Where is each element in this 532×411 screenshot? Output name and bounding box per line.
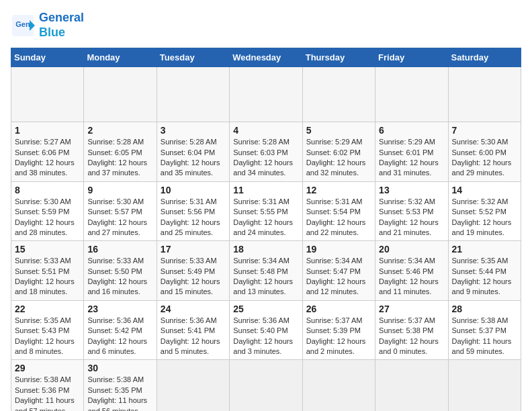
cell-info: Sunrise: 5:29 AMSunset: 6:02 PMDaylight:…: [306, 138, 366, 177]
calendar-cell: 7 Sunrise: 5:30 AMSunset: 6:00 PMDayligh…: [448, 122, 521, 182]
cell-info: Sunrise: 5:36 AMSunset: 5:40 PMDaylight:…: [233, 316, 293, 355]
day-number: 25: [233, 304, 298, 314]
day-number: 26: [306, 304, 371, 314]
calendar-cell: 27 Sunrise: 5:37 AMSunset: 5:38 PMDaylig…: [375, 300, 448, 360]
cell-info: Sunrise: 5:34 AMSunset: 5:47 PMDaylight:…: [306, 257, 366, 295]
cell-info: Sunrise: 5:38 AMSunset: 5:36 PMDaylight:…: [15, 375, 75, 411]
day-number: 13: [379, 185, 444, 195]
day-number: 28: [452, 304, 517, 314]
day-number: 4: [233, 125, 298, 136]
calendar-cell: 8 Sunrise: 5:30 AMSunset: 5:59 PMDayligh…: [11, 181, 84, 241]
day-number: 30: [87, 363, 152, 373]
cell-info: Sunrise: 5:33 AMSunset: 5:51 PMDaylight:…: [15, 257, 75, 295]
calendar-cell: 10 Sunrise: 5:31 AMSunset: 5:56 PMDaylig…: [157, 181, 229, 241]
logo-icon: Gen: [11, 13, 35, 38]
calendar-cell: 23 Sunrise: 5:36 AMSunset: 5:42 PMDaylig…: [84, 300, 157, 360]
day-number: 16: [87, 244, 152, 255]
col-monday: Monday: [84, 48, 157, 67]
calendar-cell: [157, 67, 229, 122]
header-row: Sunday Monday Tuesday Wednesday Thursday…: [11, 48, 521, 67]
col-friday: Friday: [375, 48, 448, 67]
calendar-cell: 2 Sunrise: 5:28 AMSunset: 6:05 PMDayligh…: [84, 122, 157, 182]
calendar-cell: [375, 67, 448, 122]
calendar-cell: 28 Sunrise: 5:38 AMSunset: 5:37 PMDaylig…: [448, 300, 521, 360]
cell-info: Sunrise: 5:36 AMSunset: 5:41 PMDaylight:…: [161, 316, 220, 355]
day-number: 29: [15, 363, 80, 373]
logo: Gen General Blue: [11, 11, 84, 40]
svg-text:Gen: Gen: [15, 20, 30, 28]
col-saturday: Saturday: [448, 48, 521, 67]
calendar-cell: 19 Sunrise: 5:34 AMSunset: 5:47 PMDaylig…: [302, 241, 375, 301]
cell-info: Sunrise: 5:32 AMSunset: 5:53 PMDaylight:…: [379, 197, 439, 236]
calendar-cell: 12 Sunrise: 5:31 AMSunset: 5:54 PMDaylig…: [302, 181, 375, 241]
col-thursday: Thursday: [302, 48, 375, 67]
cell-info: Sunrise: 5:37 AMSunset: 5:38 PMDaylight:…: [379, 316, 439, 355]
cell-info: Sunrise: 5:28 AMSunset: 6:03 PMDaylight:…: [233, 138, 293, 177]
day-number: 6: [379, 125, 444, 136]
calendar-cell: [302, 360, 375, 411]
calendar-cell: 13 Sunrise: 5:32 AMSunset: 5:53 PMDaylig…: [375, 181, 448, 241]
cell-info: Sunrise: 5:35 AMSunset: 5:44 PMDaylight:…: [452, 257, 512, 295]
calendar-week-3: 15 Sunrise: 5:33 AMSunset: 5:51 PMDaylig…: [11, 241, 521, 301]
calendar-cell: [448, 67, 521, 122]
day-number: 24: [161, 304, 226, 314]
calendar-cell: 6 Sunrise: 5:29 AMSunset: 6:01 PMDayligh…: [375, 122, 448, 182]
day-number: 14: [452, 185, 517, 195]
col-tuesday: Tuesday: [157, 48, 229, 67]
calendar-cell: 3 Sunrise: 5:28 AMSunset: 6:04 PMDayligh…: [157, 122, 229, 182]
cell-info: Sunrise: 5:38 AMSunset: 5:37 PMDaylight:…: [452, 316, 512, 355]
calendar-cell: 29 Sunrise: 5:38 AMSunset: 5:36 PMDaylig…: [11, 360, 84, 411]
day-number: 18: [233, 244, 298, 255]
cell-info: Sunrise: 5:31 AMSunset: 5:54 PMDaylight:…: [306, 197, 366, 236]
day-number: 21: [452, 244, 517, 255]
day-number: 23: [87, 304, 152, 314]
calendar-cell: [375, 360, 448, 411]
day-number: 20: [379, 244, 444, 255]
cell-info: Sunrise: 5:27 AMSunset: 6:06 PMDaylight:…: [15, 138, 75, 177]
cell-info: Sunrise: 5:30 AMSunset: 5:57 PMDaylight:…: [87, 197, 147, 236]
cell-info: Sunrise: 5:37 AMSunset: 5:39 PMDaylight:…: [306, 316, 366, 355]
calendar-cell: 4 Sunrise: 5:28 AMSunset: 6:03 PMDayligh…: [230, 122, 302, 182]
calendar-cell: 5 Sunrise: 5:29 AMSunset: 6:02 PMDayligh…: [302, 122, 375, 182]
calendar-cell: 18 Sunrise: 5:34 AMSunset: 5:48 PMDaylig…: [230, 241, 302, 301]
calendar-week-1: 1 Sunrise: 5:27 AMSunset: 6:06 PMDayligh…: [11, 122, 521, 182]
col-wednesday: Wednesday: [230, 48, 302, 67]
calendar-cell: 15 Sunrise: 5:33 AMSunset: 5:51 PMDaylig…: [11, 241, 84, 301]
calendar-cell: [230, 360, 302, 411]
cell-info: Sunrise: 5:33 AMSunset: 5:50 PMDaylight:…: [87, 257, 147, 295]
cell-info: Sunrise: 5:29 AMSunset: 6:01 PMDaylight:…: [379, 138, 439, 177]
calendar-cell: 24 Sunrise: 5:36 AMSunset: 5:41 PMDaylig…: [157, 300, 229, 360]
calendar-cell: 11 Sunrise: 5:31 AMSunset: 5:55 PMDaylig…: [230, 181, 302, 241]
calendar-week-4: 22 Sunrise: 5:35 AMSunset: 5:43 PMDaylig…: [11, 300, 521, 360]
calendar-week-2: 8 Sunrise: 5:30 AMSunset: 5:59 PMDayligh…: [11, 181, 521, 241]
calendar-cell: [302, 67, 375, 122]
cell-info: Sunrise: 5:35 AMSunset: 5:43 PMDaylight:…: [15, 316, 75, 355]
calendar-cell: 30 Sunrise: 5:38 AMSunset: 5:35 PMDaylig…: [84, 360, 157, 411]
cell-info: Sunrise: 5:34 AMSunset: 5:46 PMDaylight:…: [379, 257, 439, 295]
day-number: 15: [15, 244, 80, 255]
day-number: 1: [15, 125, 80, 136]
day-number: 7: [452, 125, 517, 136]
day-number: 9: [87, 185, 152, 195]
col-sunday: Sunday: [11, 48, 84, 67]
cell-info: Sunrise: 5:33 AMSunset: 5:49 PMDaylight:…: [161, 257, 220, 295]
day-number: 3: [161, 125, 226, 136]
cell-info: Sunrise: 5:34 AMSunset: 5:48 PMDaylight:…: [233, 257, 293, 295]
calendar-cell: 22 Sunrise: 5:35 AMSunset: 5:43 PMDaylig…: [11, 300, 84, 360]
day-number: 11: [233, 185, 298, 195]
day-number: 2: [87, 125, 152, 136]
day-number: 10: [161, 185, 226, 195]
day-number: 5: [306, 125, 371, 136]
day-number: 8: [15, 185, 80, 195]
calendar-cell: [230, 67, 302, 122]
cell-info: Sunrise: 5:31 AMSunset: 5:55 PMDaylight:…: [233, 197, 293, 236]
cell-info: Sunrise: 5:28 AMSunset: 6:05 PMDaylight:…: [87, 138, 147, 177]
calendar-cell: 1 Sunrise: 5:27 AMSunset: 6:06 PMDayligh…: [11, 122, 84, 182]
cell-info: Sunrise: 5:31 AMSunset: 5:56 PMDaylight:…: [161, 197, 220, 236]
page-header: Gen General Blue: [11, 11, 521, 40]
day-number: 12: [306, 185, 371, 195]
logo-text: General Blue: [39, 11, 84, 40]
calendar-cell: 26 Sunrise: 5:37 AMSunset: 5:39 PMDaylig…: [302, 300, 375, 360]
day-number: 22: [15, 304, 80, 314]
calendar-cell: 17 Sunrise: 5:33 AMSunset: 5:49 PMDaylig…: [157, 241, 229, 301]
